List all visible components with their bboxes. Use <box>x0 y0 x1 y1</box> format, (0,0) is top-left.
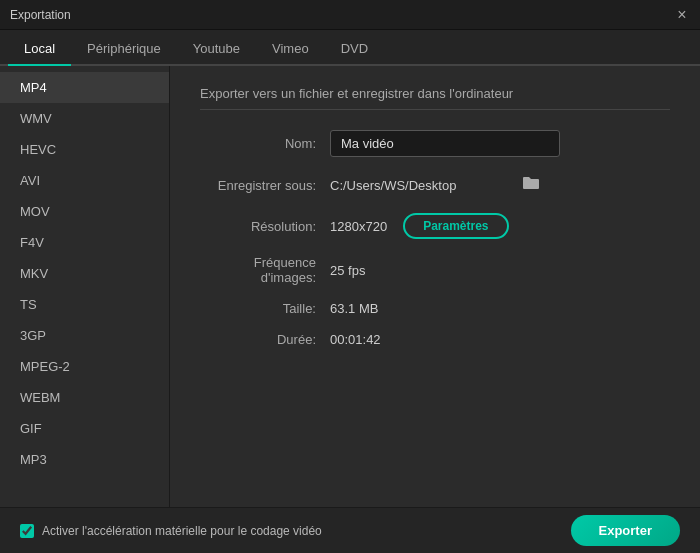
hardware-acceleration-label[interactable]: Activer l'accélération matérielle pour l… <box>20 524 322 538</box>
duration-row: Durée: 00:01:42 <box>200 332 670 347</box>
export-button[interactable]: Exporter <box>571 515 680 546</box>
sidebar-item-ts[interactable]: TS <box>0 289 169 320</box>
tab-dvd[interactable]: DVD <box>325 33 384 66</box>
tab-peripherique[interactable]: Périphérique <box>71 33 177 66</box>
framerate-row: Fréquence d'images: 25 fps <box>200 255 670 285</box>
resolution-field: 1280x720 Paramètres <box>330 213 509 239</box>
sidebar-item-wmv[interactable]: WMV <box>0 103 169 134</box>
bottom-bar: Activer l'accélération matérielle pour l… <box>0 507 700 553</box>
size-row: Taille: 63.1 MB <box>200 301 670 316</box>
window-title: Exportation <box>10 8 71 22</box>
size-label: Taille: <box>200 301 330 316</box>
sidebar-item-f4v[interactable]: F4V <box>0 227 169 258</box>
path-value: C:/Users/WS/Desktop <box>330 178 510 193</box>
sidebar-item-mp4[interactable]: MP4 <box>0 72 169 103</box>
path-label: Enregistrer sous: <box>200 178 330 193</box>
section-title: Exporter vers un fichier et enregistrer … <box>200 86 670 110</box>
tab-vimeo[interactable]: Vimeo <box>256 33 325 66</box>
sidebar-item-mov[interactable]: MOV <box>0 196 169 227</box>
path-field: C:/Users/WS/Desktop <box>330 173 544 197</box>
sidebar-item-avi[interactable]: AVI <box>0 165 169 196</box>
framerate-value: 25 fps <box>330 263 365 278</box>
size-value: 63.1 MB <box>330 301 378 316</box>
format-sidebar: MP4 WMV HEVC AVI MOV F4V MKV TS 3GP MPEG… <box>0 66 170 507</box>
resolution-value: 1280x720 <box>330 219 387 234</box>
params-button[interactable]: Paramètres <box>403 213 508 239</box>
path-row: Enregistrer sous: C:/Users/WS/Desktop <box>200 173 670 197</box>
sidebar-item-gif[interactable]: GIF <box>0 413 169 444</box>
duration-label: Durée: <box>200 332 330 347</box>
close-button[interactable]: × <box>674 7 690 23</box>
sidebar-item-mkv[interactable]: MKV <box>0 258 169 289</box>
tab-youtube[interactable]: Youtube <box>177 33 256 66</box>
resolution-row: Résolution: 1280x720 Paramètres <box>200 213 670 239</box>
resolution-label: Résolution: <box>200 219 330 234</box>
export-content: Exporter vers un fichier et enregistrer … <box>170 66 700 507</box>
sidebar-item-3gp[interactable]: 3GP <box>0 320 169 351</box>
sidebar-item-mpeg2[interactable]: MPEG-2 <box>0 351 169 382</box>
hardware-acceleration-checkbox[interactable] <box>20 524 34 538</box>
tab-local[interactable]: Local <box>8 33 71 66</box>
nom-row: Nom: <box>200 130 670 157</box>
framerate-label: Fréquence d'images: <box>200 255 330 285</box>
nom-label: Nom: <box>200 136 330 151</box>
duration-value: 00:01:42 <box>330 332 381 347</box>
sidebar-item-webm[interactable]: WEBM <box>0 382 169 413</box>
main-layout: MP4 WMV HEVC AVI MOV F4V MKV TS 3GP MPEG… <box>0 66 700 507</box>
sidebar-item-mp3[interactable]: MP3 <box>0 444 169 475</box>
nom-input[interactable] <box>330 130 560 157</box>
sidebar-item-hevc[interactable]: HEVC <box>0 134 169 165</box>
hardware-acceleration-text: Activer l'accélération matérielle pour l… <box>42 524 322 538</box>
tab-bar: Local Périphérique Youtube Vimeo DVD <box>0 30 700 66</box>
title-bar: Exportation × <box>0 0 700 30</box>
browse-folder-button[interactable] <box>518 173 544 197</box>
